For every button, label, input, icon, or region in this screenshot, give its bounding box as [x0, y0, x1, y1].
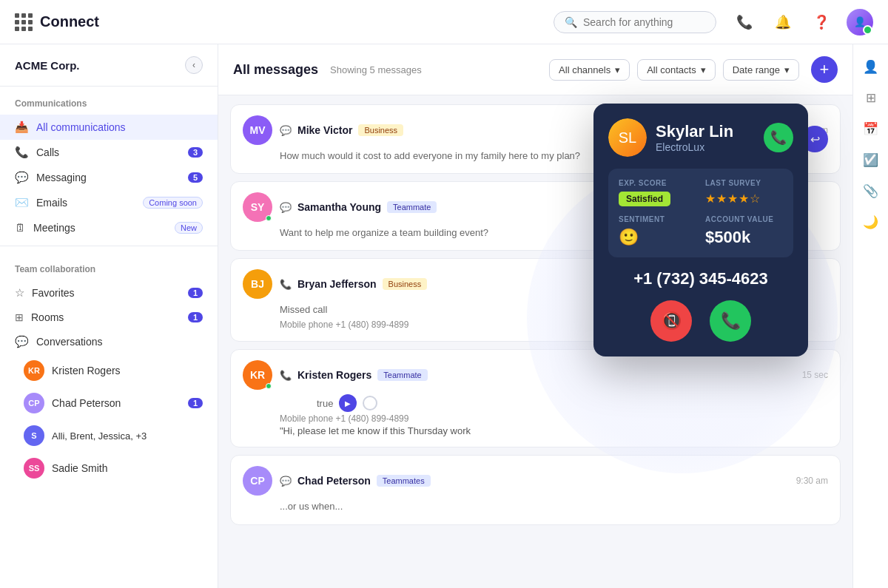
- message-card-kristen-rogers[interactable]: KR 📞 Kristen Rogers Teammate 15 sec true…: [230, 349, 841, 447]
- phone-channel-icon: 📞: [280, 279, 292, 290]
- msg-header-kristen: KR 📞 Kristen Rogers Teammate 15 sec: [243, 360, 828, 390]
- quick-answer-button[interactable]: 📞: [764, 123, 793, 152]
- sidebar-item-favorites[interactable]: ☆ Favorites 1: [0, 280, 218, 305]
- accept-call-button[interactable]: 📞: [710, 300, 751, 342]
- calls-badge: 3: [188, 147, 203, 158]
- sidebar-item-emails[interactable]: ✉️ Emails Coming soon: [0, 190, 218, 215]
- call-actions: 📵 📞: [608, 300, 793, 342]
- phone-nav-button[interactable]: 📞: [731, 9, 758, 36]
- right-icon-attach[interactable]: 📎: [858, 178, 884, 204]
- notifications-button[interactable]: 🔔: [770, 9, 796, 36]
- conv-avatar-alli: S: [24, 425, 44, 446]
- avatar-bryan-jefferson: BJ: [243, 269, 272, 299]
- contact-name-mike: Mike Victor: [297, 124, 352, 136]
- filter-group: All channels ▾ All contacts ▾ Date range…: [549, 59, 799, 81]
- help-button[interactable]: ❓: [808, 9, 835, 36]
- communications-section-label: Communications: [0, 87, 218, 115]
- content-area: All messages Showing 5 messages All chan…: [218, 44, 852, 588]
- conv-alli-group[interactable]: S Alli, Brent, Jessica, +3: [0, 419, 218, 452]
- phone-number-kristen: Mobile phone +1 (480) 899-4899: [280, 413, 828, 424]
- apps-grid-icon[interactable]: [15, 13, 33, 31]
- record-indicator: [363, 396, 377, 410]
- tag-samantha: Teammate: [387, 201, 437, 213]
- right-icon-contacts[interactable]: 👤: [858, 53, 884, 80]
- meetings-badge: New: [175, 222, 203, 234]
- play-voicemail-button[interactable]: ▶: [339, 394, 357, 412]
- conv-name-kristen: Kristen Rogers: [52, 365, 203, 376]
- call-popup: SL Skylar Lin ElectroLux 📞 EXP. SCORE Sa…: [593, 104, 808, 356]
- sidebar-label-messaging: Messaging: [36, 172, 181, 183]
- filter-all-contacts[interactable]: All contacts ▾: [637, 59, 715, 81]
- filter-all-channels[interactable]: All channels ▾: [549, 59, 630, 81]
- last-survey-block: LAST SURVEY ★★★★☆: [705, 179, 783, 206]
- voicemail-row: true ▶: [317, 394, 828, 412]
- chat-channel-icon: 💬: [280, 125, 292, 136]
- conv-avatar-chad: CP: [24, 393, 44, 413]
- rooms-badge: 1: [188, 312, 203, 322]
- sidebar-header: ACME Corp. ‹: [0, 44, 218, 87]
- org-name: ACME Corp.: [15, 59, 80, 72]
- conv-name-chad: Chad Peterson: [52, 397, 181, 409]
- caller-avatar: SL: [608, 118, 647, 157]
- sentiment-block: SENTIMENT 🙂: [619, 215, 696, 247]
- caller-phone-number: +1 (732) 345-4623: [608, 269, 793, 288]
- conv-avatar-sadie: SS: [24, 458, 44, 479]
- account-value: $500k: [705, 228, 783, 247]
- avatar-kristen-rogers: KR: [243, 360, 272, 390]
- tag-bryan: Business: [383, 278, 428, 290]
- right-icon-calendar[interactable]: 📅: [858, 115, 884, 142]
- sentiment-label: SENTIMENT: [619, 215, 696, 223]
- contact-name-bryan: Bryan Jefferson: [297, 278, 377, 290]
- add-button[interactable]: +: [811, 56, 838, 83]
- sidebar-item-meetings[interactable]: 🗓 Meetings New: [0, 215, 218, 240]
- star-rating: ★★★★☆: [705, 192, 783, 206]
- nav-icons: 📞 🔔 ❓ 👤: [731, 9, 873, 36]
- sidebar-label-rooms: Rooms: [31, 311, 181, 323]
- caller-company: ElectroLux: [656, 141, 733, 153]
- contact-name-kristen: Kristen Rogers: [297, 369, 371, 381]
- conv-chad-peterson[interactable]: CP Chad Peterson 1: [0, 387, 218, 419]
- exp-score-block: EXP. SCORE Satisfied: [619, 179, 696, 206]
- contact-name-samantha: Samantha Young: [297, 201, 381, 213]
- msg-preview-chad: ...or us when...: [280, 500, 828, 513]
- sidebar-item-conversations[interactable]: 💬 Conversations: [0, 329, 218, 354]
- sidebar-label-calls: Calls: [36, 146, 181, 158]
- msg-time-chad: 9:30 am: [796, 476, 828, 486]
- filter-date-range[interactable]: Date range ▾: [723, 59, 799, 81]
- caller-details: Skylar Lin ElectroLux: [656, 122, 733, 153]
- search-input[interactable]: [583, 16, 702, 28]
- sidebar-item-calls[interactable]: 📞 Calls 3: [0, 140, 218, 165]
- messaging-badge: 5: [188, 172, 203, 183]
- chat-channel-icon-2: 💬: [280, 202, 292, 213]
- messaging-icon: 💬: [15, 171, 29, 184]
- message-card-chad-peterson[interactable]: CP 💬 Chad Peterson Teammates 9:30 am ...…: [230, 455, 841, 524]
- user-avatar[interactable]: 👤: [847, 9, 873, 36]
- online-indicator: [266, 215, 272, 221]
- sidebar-item-all-comms[interactable]: 📥 All communications: [0, 115, 218, 140]
- right-icon-moon[interactable]: 🌙: [858, 209, 884, 235]
- conv-kristen-rogers[interactable]: KR Kristen Rogers: [0, 354, 218, 387]
- sidebar-item-rooms[interactable]: ⊞ Rooms 1: [0, 305, 218, 329]
- missed-call-voicemail-label: true: [317, 398, 333, 409]
- sidebar: ACME Corp. ‹ Communications 📥 All commun…: [0, 44, 218, 588]
- right-sidebar: 👤 ⊞ 📅 ☑️ 📎 🌙: [852, 44, 888, 588]
- decline-call-button[interactable]: 📵: [650, 300, 692, 342]
- message-count: Showing 5 messages: [330, 64, 422, 75]
- sidebar-item-messaging[interactable]: 💬 Messaging 5: [0, 165, 218, 190]
- exp-score-label: EXP. SCORE: [619, 179, 696, 187]
- avatar-samantha-young: SY: [243, 192, 272, 222]
- sidebar-label-conversations: Conversations: [36, 336, 203, 348]
- phone-channel-icon-2: 📞: [280, 370, 292, 381]
- avatar-mike-victor: MV: [243, 115, 272, 145]
- conv-sadie-smith[interactable]: SS Sadie Smith: [0, 452, 218, 484]
- msg-meta-kristen: 📞 Kristen Rogers Teammate: [280, 369, 795, 381]
- collapse-sidebar-button[interactable]: ‹: [185, 56, 203, 74]
- tag-kristen: Teammate: [377, 369, 427, 381]
- right-icon-tasks[interactable]: ☑️: [858, 146, 884, 173]
- conv-name-alli: Alli, Brent, Jessica, +3: [52, 430, 203, 442]
- contact-name-chad: Chad Peterson: [297, 475, 371, 487]
- right-icon-table[interactable]: ⊞: [858, 84, 884, 111]
- page-title: All messages: [233, 62, 318, 78]
- favorites-badge: 1: [188, 288, 203, 298]
- search-bar[interactable]: 🔍: [554, 11, 716, 33]
